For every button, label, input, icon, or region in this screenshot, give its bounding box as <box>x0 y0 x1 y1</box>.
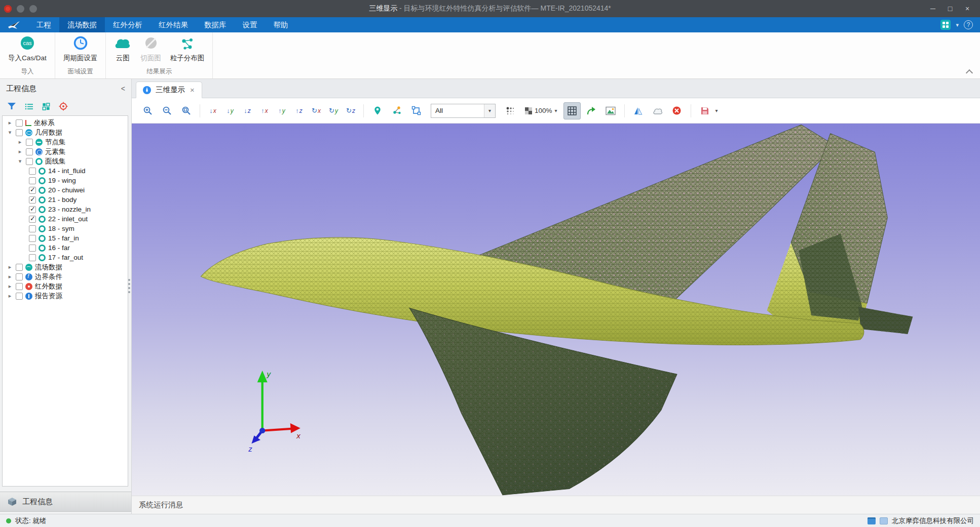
tree-item-surface[interactable]: 17 - far_out <box>3 253 128 262</box>
locate-target-icon[interactable] <box>59 102 68 111</box>
checkbox[interactable] <box>29 254 36 261</box>
rotate-z-button[interactable]: ↻z <box>343 102 358 119</box>
checkbox[interactable] <box>26 158 33 165</box>
project-info-footer-tab[interactable]: 工程信息 <box>0 492 131 512</box>
view-up-y-button[interactable]: ↑y <box>274 102 289 119</box>
tree-item-face-set[interactable]: ▾ 面线集 <box>3 156 128 166</box>
maximize-button[interactable]: □ <box>941 2 959 16</box>
menu-item-project[interactable]: 工程 <box>28 17 59 32</box>
expander-icon[interactable]: ▾ <box>7 129 13 136</box>
tree-item-surface[interactable]: 15 - far_in <box>3 233 128 243</box>
tree-item-element-set[interactable]: ▸ 元素集 <box>3 147 128 156</box>
menu-item-help[interactable]: 帮助 <box>266 17 296 32</box>
close-button[interactable]: × <box>959 2 976 16</box>
tree-item-surface[interactable]: 23 - nozzle_in <box>3 205 128 214</box>
view-down-y-button[interactable]: ↓y <box>222 102 238 119</box>
view-down-z-button[interactable]: ↓z <box>240 102 255 119</box>
tree-item-flowfield-data[interactable]: ▸ 流场数据 <box>3 262 128 272</box>
view-up-z-button[interactable]: ↑z <box>291 102 307 119</box>
tree-item-coordinate-system[interactable]: ▸ 坐标系 <box>3 118 128 128</box>
checkbox[interactable] <box>26 148 33 155</box>
checkbox[interactable] <box>16 264 23 271</box>
app-menu-button[interactable] <box>17 5 24 13</box>
menu-item-settings[interactable]: 设置 <box>235 17 266 32</box>
box-select-button[interactable] <box>407 102 425 119</box>
checkbox[interactable] <box>29 196 36 204</box>
apps-grid-icon[interactable] <box>940 20 951 30</box>
checkbox[interactable] <box>29 225 36 232</box>
expander-icon[interactable]: ▸ <box>7 264 13 270</box>
3d-viewport[interactable]: y x z <box>132 124 980 496</box>
zoom-fit-button[interactable] <box>177 102 195 119</box>
tree-item-surface[interactable]: 21 - body <box>3 195 128 205</box>
help-icon[interactable]: ? <box>964 20 973 29</box>
halftone-button[interactable] <box>502 102 519 119</box>
expander-icon[interactable]: ▸ <box>17 148 23 155</box>
panel-collapse-button[interactable]: < <box>121 85 125 93</box>
display-filter-select[interactable]: All ▾ <box>431 104 496 118</box>
checkbox[interactable] <box>26 139 33 146</box>
save-caret-icon[interactable]: ▾ <box>715 108 718 113</box>
splitter-handle[interactable] <box>128 279 130 281</box>
zoom-out-button[interactable] <box>158 102 175 119</box>
rotate-x-button[interactable]: ↻x <box>309 102 324 119</box>
checkbox[interactable] <box>16 283 23 290</box>
particle-distribution-button[interactable]: 粒子分布图 <box>166 34 209 64</box>
tree-item-surface[interactable]: 16 - far <box>3 243 128 253</box>
tree-item-surface[interactable]: 14 - int_fluid <box>3 166 128 176</box>
tree-item-surface[interactable]: 19 - wing <box>3 176 128 185</box>
tree-item-report-resources[interactable]: ▸ 报告资源 <box>3 291 128 301</box>
checkbox[interactable] <box>29 206 36 213</box>
tab-close-icon[interactable]: × <box>189 86 196 94</box>
filter-icon[interactable] <box>7 102 16 111</box>
mirror-button[interactable] <box>630 102 647 119</box>
molecule-button[interactable] <box>388 102 405 119</box>
ribbon-collapse-chevron-icon[interactable] <box>966 69 972 74</box>
checkbox[interactable] <box>16 129 23 136</box>
export-forward-button[interactable] <box>583 102 600 119</box>
checkbox[interactable] <box>29 177 36 184</box>
save-view-button[interactable] <box>696 102 713 119</box>
grid-view-icon[interactable] <box>42 102 51 111</box>
menu-item-flowfield-data[interactable]: 流场数据 <box>59 17 105 32</box>
grid-toggle-button[interactable] <box>563 102 581 119</box>
combo-caret-icon[interactable]: ▾ <box>484 104 495 117</box>
tab-3d-display[interactable]: 三维显示 × <box>136 82 202 98</box>
checkbox[interactable] <box>29 216 36 223</box>
clear-cancel-button[interactable] <box>668 102 686 119</box>
tree-item-node-set[interactable]: ▸ 节点集 <box>3 137 128 147</box>
menu-item-ir-analysis[interactable]: 红外分析 <box>105 17 150 32</box>
cloud-outline-button[interactable] <box>649 102 666 119</box>
checkbox[interactable] <box>16 273 23 280</box>
zoom-caret-icon[interactable]: ▾ <box>555 108 557 113</box>
zoom-level-control[interactable]: 100% ▾ <box>521 103 561 119</box>
zoom-in-button[interactable] <box>139 102 156 119</box>
checkbox[interactable] <box>16 293 23 300</box>
checkbox[interactable] <box>29 168 36 175</box>
expander-icon[interactable]: ▸ <box>7 273 13 280</box>
expander-icon[interactable]: ▸ <box>7 119 13 126</box>
checkbox[interactable] <box>29 235 36 242</box>
tree-item-boundary-conditions[interactable]: ▸ 边界条件 <box>3 272 128 281</box>
slice-plot-button[interactable]: 切面图 <box>136 34 165 64</box>
minimize-button[interactable]: ─ <box>924 2 941 16</box>
view-up-x-button[interactable]: ↑x <box>257 102 272 119</box>
tree-item-surface[interactable]: 22 - inlet_out <box>3 214 128 224</box>
menu-item-ir-results[interactable]: 红外结果 <box>150 17 196 32</box>
import-cas-dat-button[interactable]: cas 导入Cas/Dat <box>4 34 51 64</box>
expander-icon[interactable]: ▾ <box>17 158 23 165</box>
view-down-x-button[interactable]: ↓x <box>205 102 220 119</box>
record-button[interactable] <box>4 5 12 13</box>
checkbox[interactable] <box>29 187 36 194</box>
contour-plot-button[interactable]: 云图 <box>110 34 135 64</box>
tree-item-surface[interactable]: 18 - sym <box>3 224 128 233</box>
checkbox[interactable] <box>29 245 36 252</box>
expander-icon[interactable]: ▸ <box>7 283 13 290</box>
checkbox[interactable] <box>16 119 23 127</box>
tree-item-surface[interactable]: 20 - chuiwei <box>3 185 128 195</box>
tree-item-infrared-data[interactable]: ▸ 红外数据 <box>3 281 128 291</box>
screenshot-image-button[interactable] <box>602 102 619 119</box>
menu-item-database[interactable]: 数据库 <box>196 17 235 32</box>
tree-item-geometry-data[interactable]: ▾ 几何数据 <box>3 128 128 137</box>
expander-icon[interactable]: ▸ <box>7 293 13 299</box>
